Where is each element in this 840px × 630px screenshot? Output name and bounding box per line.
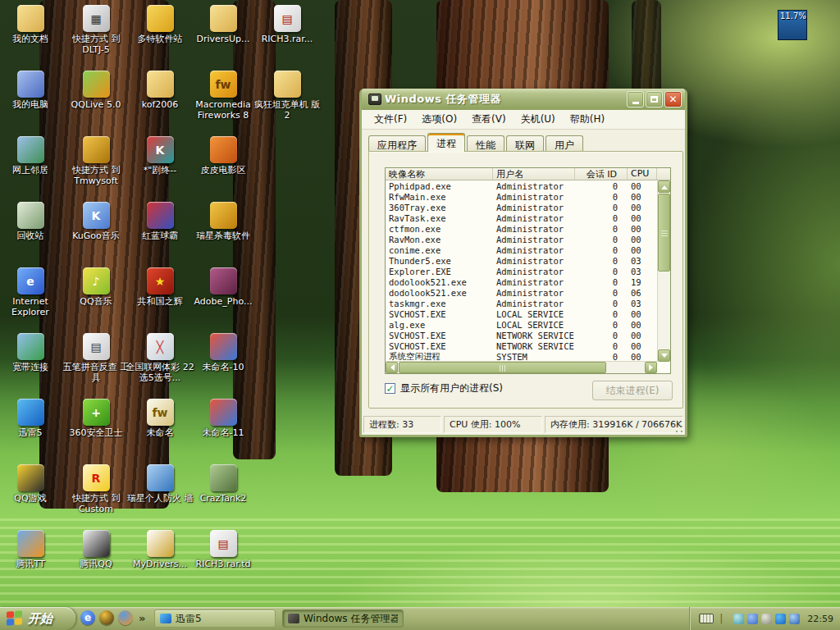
menu-item[interactable]: 查看(V) xyxy=(464,110,514,129)
menu-item[interactable]: 关机(U) xyxy=(514,110,563,129)
desktop-icon-fireworks8[interactable]: fwMacromedia Fireworks 8 xyxy=(188,71,258,121)
horizontal-scroll-thumb[interactable] xyxy=(399,362,606,373)
menu-item[interactable]: 文件(F) xyxy=(367,110,414,129)
desktop-icon-craztank2[interactable]: CrazTank2 xyxy=(188,464,258,504)
desktop-icon-republic-glory[interactable]: ★共和国之辉 xyxy=(125,267,195,307)
firewall-tray-icon[interactable] xyxy=(789,614,800,624)
desktop-icon-thunder5[interactable]: 迅雷5 xyxy=(0,399,66,438)
tab-进程[interactable]: 进程 xyxy=(427,133,465,152)
table-row[interactable]: ctfmon.exeAdministrator000 xyxy=(386,223,657,234)
desktop-icon-lottery-22x5[interactable]: ╳全国联网体彩 22选5选号... xyxy=(125,333,195,383)
tab-性能[interactable]: 性能 xyxy=(467,135,504,152)
desktop-icon-qqlive[interactable]: QQLive 5.0 xyxy=(61,71,131,110)
desktop-icon-pipi-movies[interactable]: 皮皮电影区 xyxy=(188,136,258,176)
desktop-icon-rich3-rar-td[interactable]: ▤RICH3.rar.td xyxy=(188,530,258,569)
column-header[interactable]: CPU xyxy=(628,168,657,180)
table-row[interactable]: conime.exeAdministrator000 xyxy=(386,244,657,255)
end-process-button[interactable]: 结束进程(E) xyxy=(592,381,673,400)
resize-grip[interactable] xyxy=(674,424,684,434)
desktop-icon-adobe-pho[interactable]: Adobe_Pho... xyxy=(188,267,258,307)
taskbar-task-taskmgr[interactable]: Windows 任务管理器 xyxy=(282,609,404,628)
desktop-icon-my-documents[interactable]: 我的文档 xyxy=(0,5,66,44)
my-computer-icon xyxy=(17,71,44,98)
desktop-icon-duote-software[interactable]: 多特软件站 xyxy=(125,5,195,44)
desktop-icon-shortcut-custom[interactable]: R快捷方式 到 Custom xyxy=(61,464,131,514)
desktop-icon-360-safe[interactable]: +360安全卫士 xyxy=(61,399,131,438)
table-row[interactable]: RfwMain.exeAdministrator000 xyxy=(386,191,657,202)
desktop-icon-rising-antivirus[interactable]: 瑞星杀毒软件 xyxy=(188,202,258,241)
table-row[interactable]: SVCHOST.EXENETWORK SERVICE000 xyxy=(386,340,657,351)
table-row[interactable]: SVCHOST.EXELOCAL SERVICE000 xyxy=(386,308,657,319)
column-header[interactable]: 映像名称 xyxy=(386,168,493,180)
vertical-scroll-thumb[interactable] xyxy=(658,194,670,272)
ie-quicklaunch-icon[interactable]: e xyxy=(80,610,95,625)
network-tray-icon[interactable] xyxy=(747,614,758,624)
scroll-right-button[interactable] xyxy=(645,362,657,373)
desktop-icon-qq-music[interactable]: ♪QQ音乐 xyxy=(61,267,131,307)
tt-browser-quicklaunch-icon[interactable] xyxy=(118,610,133,625)
tab-应用程序[interactable]: 应用程序 xyxy=(368,135,426,152)
horizontal-scrollbar[interactable] xyxy=(386,361,657,373)
table-row[interactable]: 360Tray.exeAdministrator000 xyxy=(386,202,657,212)
taskbar-task-thunder[interactable]: 迅雷5 xyxy=(154,609,276,628)
network-monitor-widget[interactable]: 11.7% xyxy=(778,10,807,40)
desktop-icon-redblue-ball[interactable]: 红蓝球霸 xyxy=(125,202,195,241)
thunder-tray-icon[interactable] xyxy=(775,614,786,624)
show-all-users-checkbox[interactable]: ✓ xyxy=(385,383,395,394)
desktop-icon-untitled-11[interactable]: 未命名-11 xyxy=(188,399,258,438)
desktop-icon-tencent-qq[interactable]: 腾讯QQ xyxy=(61,530,131,569)
table-row[interactable]: RavTask.exeAdministrator000 xyxy=(386,212,657,223)
desktop-icon-juzhong-k[interactable]: K*"剧终-- xyxy=(125,136,195,176)
table-row[interactable]: Thunder5.exeAdministrator003 xyxy=(386,255,657,266)
maximize-button[interactable] xyxy=(646,91,663,107)
menu-item[interactable]: 帮助(H) xyxy=(563,110,612,129)
desktop-icon-recycle-bin[interactable]: 回收站 xyxy=(0,202,66,241)
wifi-tray-icon[interactable] xyxy=(733,614,744,624)
title-bar[interactable]: Windows 任务管理器 ✕ xyxy=(362,89,685,110)
table-row[interactable]: dodolook521.exeAdministrator019 xyxy=(386,276,657,287)
desktop-icon-wubi-lookup[interactable]: ▤五笔拼音反查 工具 xyxy=(61,333,131,383)
tab-用户[interactable]: 用户 xyxy=(546,135,583,152)
desktop-icon-untitled-10[interactable]: 未命名-10 xyxy=(188,333,258,372)
desktop-icon-kof2006-folder[interactable]: kof2006 xyxy=(125,71,195,110)
close-button[interactable]: ✕ xyxy=(664,91,682,107)
column-header[interactable]: 会话 ID xyxy=(575,168,628,180)
table-row[interactable]: dodolook521.exeAdministrator006 xyxy=(386,287,657,298)
desktop-icon-qq-games[interactable]: QQ游戏 xyxy=(0,464,66,504)
desktop-icon-network-places[interactable]: 网上邻居 xyxy=(0,136,66,176)
desktop-icon-crazy-tank-folder[interactable]: 疯狂坦克单机 版2 xyxy=(252,71,322,121)
gold-emblem-quicklaunch-icon[interactable] xyxy=(99,610,114,625)
desktop-icon-rising-firewall[interactable]: 瑞星个人防火 墙 xyxy=(125,464,195,504)
minimize-button[interactable] xyxy=(627,91,644,107)
menu-item[interactable]: 选项(O) xyxy=(414,110,464,129)
desktop-icon-rich3-rar[interactable]: ▤RICH3.rar... xyxy=(252,5,322,44)
keyboard-language-icon[interactable] xyxy=(699,614,714,623)
table-row[interactable]: taskmgr.exeAdministrator003 xyxy=(386,298,657,308)
desktop-icon-my-computer[interactable]: 我的电脑 xyxy=(0,71,66,110)
desktop-icon-mydrivers[interactable]: MyDrivers... xyxy=(125,530,195,569)
desktop-icon-broadband-connection[interactable]: 宽带连接 xyxy=(0,333,66,372)
desktop-icon-kugoo-music[interactable]: KKuGoo音乐 xyxy=(61,202,131,241)
scroll-down-button[interactable] xyxy=(658,349,670,362)
scroll-up-button[interactable] xyxy=(658,180,670,193)
desktop-icon-untitled-fw[interactable]: fw未命名 xyxy=(125,399,195,438)
desktop-icon-tencent-tt[interactable]: 腾讯TT xyxy=(0,530,66,569)
desktop-icon-label: KuGoo音乐 xyxy=(72,231,120,241)
column-header[interactable]: 用户名 xyxy=(493,168,575,180)
table-row[interactable]: RavMon.exeAdministrator000 xyxy=(386,234,657,244)
desktop-icon-driversup-folder[interactable]: DriversUp... xyxy=(188,5,258,44)
scroll-left-button[interactable] xyxy=(386,362,398,373)
tray-clock[interactable]: 22:59 xyxy=(807,614,833,624)
table-row[interactable]: Pphidpad.exeAdministrator000 xyxy=(386,180,657,191)
volume-tray-icon[interactable] xyxy=(761,614,772,624)
desktop-icon-internet-explorer[interactable]: eInternet Explorer xyxy=(0,267,66,317)
quick-launch-overflow-chevron[interactable]: » xyxy=(139,612,145,624)
table-row[interactable]: SVCHOST.EXENETWORK SERVICE000 xyxy=(386,330,657,340)
table-row[interactable]: Explorer.EXEAdministrator003 xyxy=(386,266,657,276)
vertical-scrollbar[interactable] xyxy=(657,180,670,362)
start-button[interactable]: 开始 xyxy=(0,607,75,630)
desktop-icon-shortcut-tmwysoft[interactable]: 快捷方式 到 Tmwysoft xyxy=(61,136,131,186)
desktop-icon-shortcut-dltj5[interactable]: ▦快捷方式 到 DLTJ-5 xyxy=(61,5,131,55)
tab-联网[interactable]: 联网 xyxy=(506,135,544,152)
table-row[interactable]: alg.exeLOCAL SERVICE000 xyxy=(386,319,657,330)
